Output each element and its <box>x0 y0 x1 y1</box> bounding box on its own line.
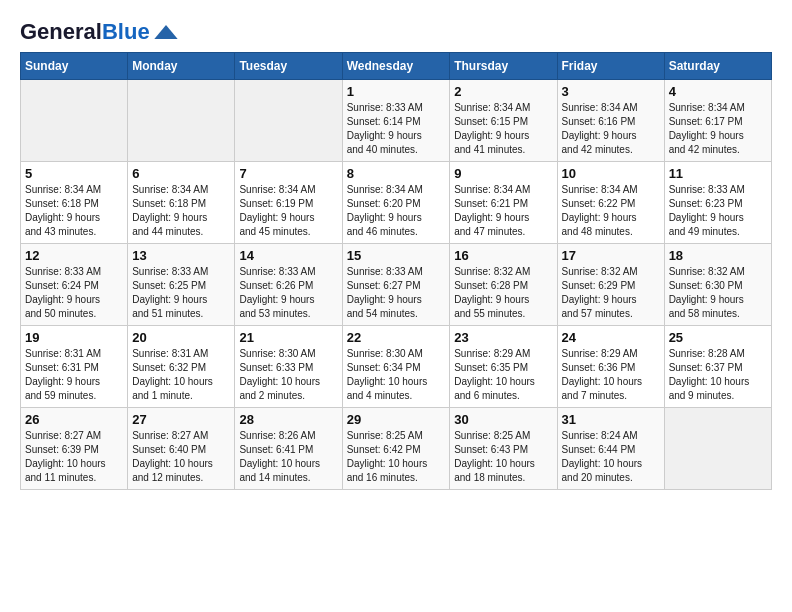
calendar-cell: 20Sunrise: 8:31 AM Sunset: 6:32 PM Dayli… <box>128 326 235 408</box>
logo-text: GeneralBlue <box>20 20 150 44</box>
day-number: 27 <box>132 412 230 427</box>
calendar-cell: 11Sunrise: 8:33 AM Sunset: 6:23 PM Dayli… <box>664 162 771 244</box>
calendar-cell: 2Sunrise: 8:34 AM Sunset: 6:15 PM Daylig… <box>450 80 557 162</box>
calendar-week-row: 5Sunrise: 8:34 AM Sunset: 6:18 PM Daylig… <box>21 162 772 244</box>
calendar-cell <box>21 80 128 162</box>
calendar-cell <box>235 80 342 162</box>
page-header: GeneralBlue <box>20 20 772 44</box>
day-number: 30 <box>454 412 552 427</box>
calendar-week-row: 26Sunrise: 8:27 AM Sunset: 6:39 PM Dayli… <box>21 408 772 490</box>
calendar-cell: 13Sunrise: 8:33 AM Sunset: 6:25 PM Dayli… <box>128 244 235 326</box>
day-info: Sunrise: 8:33 AM Sunset: 6:27 PM Dayligh… <box>347 265 446 321</box>
calendar-cell: 27Sunrise: 8:27 AM Sunset: 6:40 PM Dayli… <box>128 408 235 490</box>
calendar-cell: 8Sunrise: 8:34 AM Sunset: 6:20 PM Daylig… <box>342 162 450 244</box>
day-number: 20 <box>132 330 230 345</box>
day-info: Sunrise: 8:33 AM Sunset: 6:24 PM Dayligh… <box>25 265 123 321</box>
day-info: Sunrise: 8:28 AM Sunset: 6:37 PM Dayligh… <box>669 347 767 403</box>
day-info: Sunrise: 8:26 AM Sunset: 6:41 PM Dayligh… <box>239 429 337 485</box>
day-number: 1 <box>347 84 446 99</box>
day-info: Sunrise: 8:27 AM Sunset: 6:40 PM Dayligh… <box>132 429 230 485</box>
day-number: 24 <box>562 330 660 345</box>
day-info: Sunrise: 8:31 AM Sunset: 6:32 PM Dayligh… <box>132 347 230 403</box>
day-number: 5 <box>25 166 123 181</box>
day-of-week-header: Thursday <box>450 53 557 80</box>
calendar-cell: 29Sunrise: 8:25 AM Sunset: 6:42 PM Dayli… <box>342 408 450 490</box>
calendar-cell: 31Sunrise: 8:24 AM Sunset: 6:44 PM Dayli… <box>557 408 664 490</box>
day-number: 4 <box>669 84 767 99</box>
day-info: Sunrise: 8:25 AM Sunset: 6:42 PM Dayligh… <box>347 429 446 485</box>
day-number: 21 <box>239 330 337 345</box>
calendar-cell: 30Sunrise: 8:25 AM Sunset: 6:43 PM Dayli… <box>450 408 557 490</box>
day-info: Sunrise: 8:33 AM Sunset: 6:26 PM Dayligh… <box>239 265 337 321</box>
calendar-cell: 5Sunrise: 8:34 AM Sunset: 6:18 PM Daylig… <box>21 162 128 244</box>
day-of-week-header: Tuesday <box>235 53 342 80</box>
day-info: Sunrise: 8:32 AM Sunset: 6:29 PM Dayligh… <box>562 265 660 321</box>
calendar-cell: 25Sunrise: 8:28 AM Sunset: 6:37 PM Dayli… <box>664 326 771 408</box>
logo-icon <box>154 25 178 39</box>
day-info: Sunrise: 8:34 AM Sunset: 6:18 PM Dayligh… <box>25 183 123 239</box>
day-info: Sunrise: 8:34 AM Sunset: 6:16 PM Dayligh… <box>562 101 660 157</box>
day-info: Sunrise: 8:27 AM Sunset: 6:39 PM Dayligh… <box>25 429 123 485</box>
day-info: Sunrise: 8:34 AM Sunset: 6:15 PM Dayligh… <box>454 101 552 157</box>
calendar-cell: 14Sunrise: 8:33 AM Sunset: 6:26 PM Dayli… <box>235 244 342 326</box>
calendar-cell: 10Sunrise: 8:34 AM Sunset: 6:22 PM Dayli… <box>557 162 664 244</box>
day-info: Sunrise: 8:33 AM Sunset: 6:14 PM Dayligh… <box>347 101 446 157</box>
calendar-cell: 16Sunrise: 8:32 AM Sunset: 6:28 PM Dayli… <box>450 244 557 326</box>
day-of-week-header: Wednesday <box>342 53 450 80</box>
day-number: 17 <box>562 248 660 263</box>
day-number: 23 <box>454 330 552 345</box>
day-number: 29 <box>347 412 446 427</box>
calendar-cell: 19Sunrise: 8:31 AM Sunset: 6:31 PM Dayli… <box>21 326 128 408</box>
day-of-week-header: Sunday <box>21 53 128 80</box>
logo: GeneralBlue <box>20 20 178 44</box>
calendar-cell: 24Sunrise: 8:29 AM Sunset: 6:36 PM Dayli… <box>557 326 664 408</box>
day-info: Sunrise: 8:34 AM Sunset: 6:22 PM Dayligh… <box>562 183 660 239</box>
day-number: 25 <box>669 330 767 345</box>
day-info: Sunrise: 8:34 AM Sunset: 6:20 PM Dayligh… <box>347 183 446 239</box>
calendar-cell <box>664 408 771 490</box>
day-number: 19 <box>25 330 123 345</box>
day-of-week-header: Saturday <box>664 53 771 80</box>
calendar-cell: 7Sunrise: 8:34 AM Sunset: 6:19 PM Daylig… <box>235 162 342 244</box>
day-number: 15 <box>347 248 446 263</box>
day-info: Sunrise: 8:33 AM Sunset: 6:23 PM Dayligh… <box>669 183 767 239</box>
day-info: Sunrise: 8:32 AM Sunset: 6:30 PM Dayligh… <box>669 265 767 321</box>
day-number: 7 <box>239 166 337 181</box>
day-info: Sunrise: 8:24 AM Sunset: 6:44 PM Dayligh… <box>562 429 660 485</box>
calendar-header-row: SundayMondayTuesdayWednesdayThursdayFrid… <box>21 53 772 80</box>
day-number: 3 <box>562 84 660 99</box>
day-number: 18 <box>669 248 767 263</box>
day-info: Sunrise: 8:34 AM Sunset: 6:18 PM Dayligh… <box>132 183 230 239</box>
day-number: 8 <box>347 166 446 181</box>
calendar-cell: 18Sunrise: 8:32 AM Sunset: 6:30 PM Dayli… <box>664 244 771 326</box>
day-of-week-header: Monday <box>128 53 235 80</box>
calendar-cell: 23Sunrise: 8:29 AM Sunset: 6:35 PM Dayli… <box>450 326 557 408</box>
calendar-cell: 15Sunrise: 8:33 AM Sunset: 6:27 PM Dayli… <box>342 244 450 326</box>
day-number: 11 <box>669 166 767 181</box>
day-number: 13 <box>132 248 230 263</box>
calendar-cell: 3Sunrise: 8:34 AM Sunset: 6:16 PM Daylig… <box>557 80 664 162</box>
calendar-cell: 17Sunrise: 8:32 AM Sunset: 6:29 PM Dayli… <box>557 244 664 326</box>
day-number: 6 <box>132 166 230 181</box>
calendar-week-row: 1Sunrise: 8:33 AM Sunset: 6:14 PM Daylig… <box>21 80 772 162</box>
day-info: Sunrise: 8:33 AM Sunset: 6:25 PM Dayligh… <box>132 265 230 321</box>
day-info: Sunrise: 8:29 AM Sunset: 6:36 PM Dayligh… <box>562 347 660 403</box>
day-number: 26 <box>25 412 123 427</box>
calendar-cell: 12Sunrise: 8:33 AM Sunset: 6:24 PM Dayli… <box>21 244 128 326</box>
day-info: Sunrise: 8:30 AM Sunset: 6:34 PM Dayligh… <box>347 347 446 403</box>
day-info: Sunrise: 8:34 AM Sunset: 6:17 PM Dayligh… <box>669 101 767 157</box>
calendar-cell: 21Sunrise: 8:30 AM Sunset: 6:33 PM Dayli… <box>235 326 342 408</box>
day-number: 9 <box>454 166 552 181</box>
calendar-cell: 26Sunrise: 8:27 AM Sunset: 6:39 PM Dayli… <box>21 408 128 490</box>
calendar-cell: 22Sunrise: 8:30 AM Sunset: 6:34 PM Dayli… <box>342 326 450 408</box>
calendar-table: SundayMondayTuesdayWednesdayThursdayFrid… <box>20 52 772 490</box>
calendar-cell: 1Sunrise: 8:33 AM Sunset: 6:14 PM Daylig… <box>342 80 450 162</box>
day-number: 22 <box>347 330 446 345</box>
day-info: Sunrise: 8:31 AM Sunset: 6:31 PM Dayligh… <box>25 347 123 403</box>
calendar-cell: 9Sunrise: 8:34 AM Sunset: 6:21 PM Daylig… <box>450 162 557 244</box>
day-number: 28 <box>239 412 337 427</box>
day-of-week-header: Friday <box>557 53 664 80</box>
day-info: Sunrise: 8:25 AM Sunset: 6:43 PM Dayligh… <box>454 429 552 485</box>
day-info: Sunrise: 8:34 AM Sunset: 6:19 PM Dayligh… <box>239 183 337 239</box>
day-info: Sunrise: 8:34 AM Sunset: 6:21 PM Dayligh… <box>454 183 552 239</box>
